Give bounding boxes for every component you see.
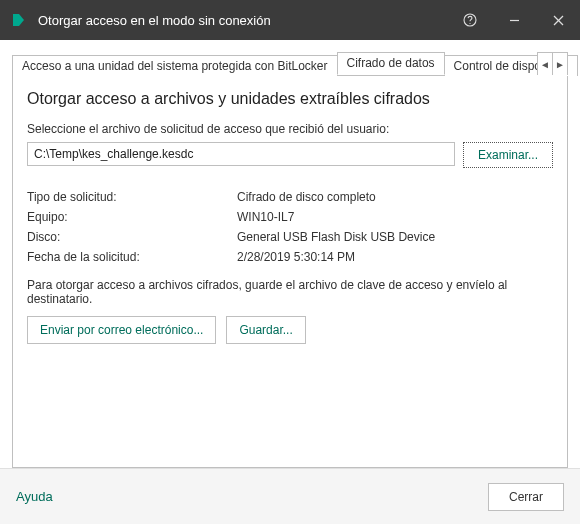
svg-point-1 [469,23,470,24]
request-file-input[interactable] [27,142,455,166]
request-date-value: 2/28/2019 5:30:14 PM [237,250,553,264]
tab-scroll-left-icon[interactable]: ◄ [537,52,553,75]
disk-value: General USB Flash Disk USB Device [237,230,553,244]
window-title: Otorgar acceso en el modo sin conexión [38,13,448,28]
titlebar: Otorgar acceso en el modo sin conexión [0,0,580,40]
request-date-label: Fecha de la solicitud: [27,250,237,264]
help-link[interactable]: Ayuda [16,489,53,504]
tab-bitlocker[interactable]: Acceso a una unidad del sistema protegid… [12,55,338,76]
minimize-icon[interactable] [492,0,536,40]
request-type-label: Tipo de solicitud: [27,190,237,204]
tab-panel: Otorgar acceso a archivos y unidades ext… [12,76,568,468]
tab-cifrado-datos[interactable]: Cifrado de datos [337,52,445,75]
send-email-button[interactable]: Enviar por correo electrónico... [27,316,216,344]
content-area: Acceso a una unidad del sistema protegid… [0,40,580,468]
panel-heading: Otorgar acceso a archivos y unidades ext… [27,90,553,108]
save-instruction-text: Para otorgar acceso a archivos cifrados,… [27,278,553,306]
host-value: WIN10-IL7 [237,210,553,224]
save-button[interactable]: Guardar... [226,316,305,344]
close-icon[interactable] [536,0,580,40]
disk-label: Disco: [27,230,237,244]
host-label: Equipo: [27,210,237,224]
request-type-value: Cifrado de disco completo [237,190,553,204]
browse-button[interactable]: Examinar... [463,142,553,168]
footer: Ayuda Cerrar [0,468,580,524]
app-icon [10,11,28,29]
tabstrip: Acceso a una unidad del sistema protegid… [12,52,568,76]
instruction-text: Seleccione el archivo de solicitud de ac… [27,122,553,136]
close-button[interactable]: Cerrar [488,483,564,511]
help-icon[interactable] [448,0,492,40]
tab-scroll-right-icon[interactable]: ► [552,52,568,75]
